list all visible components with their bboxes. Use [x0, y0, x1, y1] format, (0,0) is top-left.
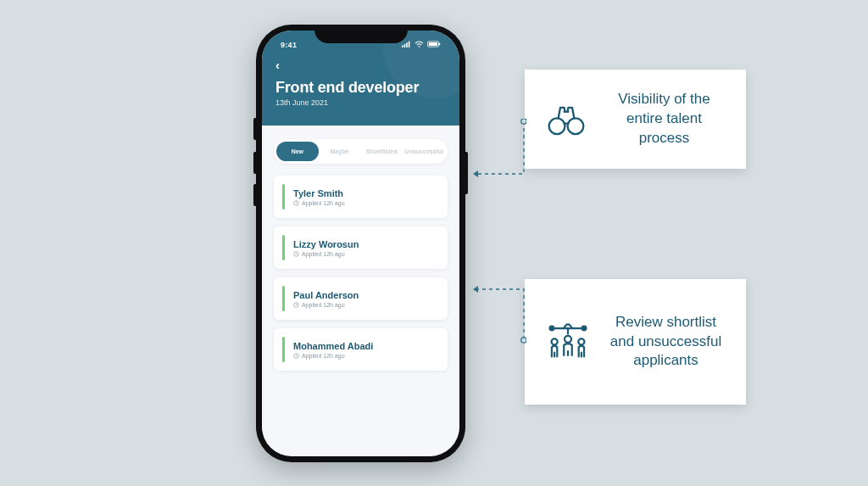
svg-rect-7 — [439, 43, 440, 46]
clock-icon — [293, 302, 299, 308]
status-bar-indicator — [282, 235, 285, 260]
svg-point-19 — [578, 338, 584, 344]
applicant-meta: Applied 12h ago — [293, 302, 359, 308]
page-subtitle: 13th June 2021 — [275, 98, 446, 107]
connector-line — [470, 119, 526, 180]
applicant-name: Mohammed Abadi — [293, 341, 373, 351]
phone-frame: 9:41 ‹ Front end developer 13th June 202… — [256, 25, 465, 462]
signal-icon — [402, 41, 411, 49]
app-header: 9:41 ‹ Front end developer 13th June 202… — [262, 31, 459, 126]
svg-point-17 — [552, 338, 558, 344]
statusbar-icons — [402, 41, 441, 49]
wifi-icon — [415, 41, 424, 49]
applicant-card[interactable]: Lizzy Worosun Applied 12h ago — [274, 226, 448, 269]
binoculars-icon — [545, 98, 587, 141]
page-title: Front end developer — [275, 79, 446, 97]
applicant-card[interactable]: Paul Anderson Applied 12h ago — [274, 277, 448, 320]
svg-point-4 — [419, 46, 420, 47]
callout-visibility: Visibility of the entire talent process — [525, 70, 746, 169]
applicant-meta: Applied 12h ago — [293, 200, 345, 206]
svg-rect-3 — [409, 42, 410, 48]
connector-line — [470, 284, 526, 345]
applicant-name: Paul Anderson — [293, 290, 359, 300]
svg-point-13 — [568, 118, 584, 134]
phone-notch — [314, 25, 408, 43]
applicant-card[interactable]: Tyler Smith Applied 12h ago — [274, 176, 448, 218]
svg-point-12 — [549, 118, 565, 134]
applicant-meta: Applied 12h ago — [293, 353, 373, 359]
svg-rect-0 — [402, 46, 403, 48]
svg-rect-2 — [406, 42, 408, 47]
clock-icon — [293, 251, 299, 257]
clock-icon — [293, 200, 299, 206]
status-bar-indicator — [282, 286, 285, 311]
tab-maybe[interactable]: Maybe — [319, 142, 361, 161]
callout-review: Review shortlist and unsuccessful applic… — [525, 279, 746, 405]
tab-shortlisted[interactable]: Shortlisted — [361, 142, 403, 161]
tab-new[interactable]: New — [276, 142, 319, 161]
statusbar-time: 9:41 — [281, 41, 297, 49]
team-selection-icon — [545, 319, 591, 365]
svg-rect-1 — [404, 44, 406, 47]
tab-unsuccessful[interactable]: Unsuccessful — [403, 142, 445, 161]
callout-text: Review shortlist and unsuccessful applic… — [606, 313, 726, 371]
callout-text: Visibility of the entire talent process — [603, 90, 726, 148]
svg-point-18 — [565, 336, 571, 343]
applicant-name: Tyler Smith — [293, 188, 345, 198]
svg-point-15 — [550, 327, 554, 331]
applicant-name: Lizzy Worosun — [293, 239, 359, 249]
applicant-card[interactable]: Mohammed Abadi Applied 12h ago — [274, 328, 448, 371]
applicant-meta: Applied 12h ago — [293, 251, 359, 257]
svg-rect-6 — [429, 42, 437, 46]
applicant-list: Tyler Smith Applied 12h ago Lizzy Worosu… — [262, 176, 459, 371]
clock-icon — [293, 353, 299, 359]
status-bar-indicator — [282, 184, 285, 209]
phone-screen: 9:41 ‹ Front end developer 13th June 202… — [262, 31, 459, 456]
status-bar-indicator — [282, 337, 285, 362]
back-button[interactable]: ‹ — [275, 58, 291, 72]
svg-point-16 — [582, 327, 587, 331]
battery-icon — [427, 41, 441, 49]
tab-bar: New Maybe Shortlisted Unsuccessful — [274, 139, 448, 164]
svg-rect-5 — [428, 42, 439, 47]
